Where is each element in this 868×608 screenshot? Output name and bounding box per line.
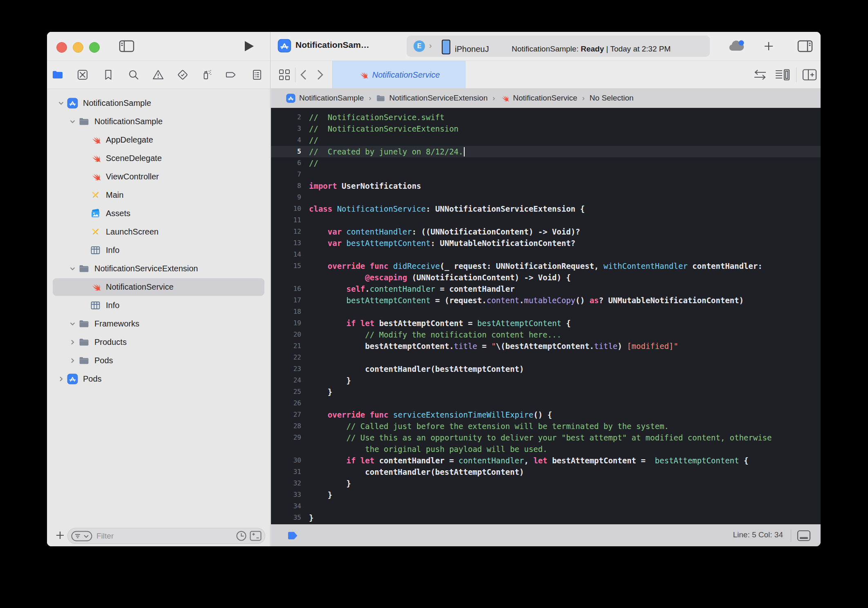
code-line-7[interactable]: 7 — [271, 169, 821, 180]
code-line-23[interactable]: 23 contentHandler(bestAttemptContent) — [271, 363, 821, 375]
code-line-35[interactable]: 35} — [271, 512, 821, 523]
code-line-24[interactable]: 24 } — [271, 375, 821, 386]
tree-item-products[interactable]: Products — [47, 333, 270, 351]
source-editor[interactable]: 2// NotificationService.swift3// Notific… — [271, 108, 821, 524]
code-line-9[interactable]: 9 — [271, 192, 821, 203]
go-back-icon[interactable] — [300, 69, 307, 80]
tree-item-info[interactable]: Info — [47, 241, 270, 259]
code-line-10[interactable]: 10class NotificationService: UNNotificat… — [271, 203, 821, 215]
project-navigator-icon[interactable] — [51, 69, 64, 81]
cloud-sync-icon[interactable] — [728, 39, 746, 53]
related-items-icon[interactable] — [278, 69, 291, 81]
editor-tab-notificationservice[interactable]: NotificationService — [332, 61, 465, 89]
tree-item-assets[interactable]: Assets — [47, 204, 270, 223]
code-line-17[interactable]: 17 bestAttemptContent = (request.content… — [271, 295, 821, 306]
code-line-20[interactable]: 20 // Modify the notification content he… — [271, 329, 821, 340]
source-control-status-icon[interactable] — [250, 530, 262, 541]
disclosure-chevron-right-icon[interactable] — [68, 356, 77, 365]
tree-item-frameworks[interactable]: Frameworks — [47, 315, 270, 333]
disclosure-chevron-right-icon[interactable] — [68, 338, 77, 347]
find-navigator-icon[interactable] — [128, 69, 140, 81]
adjust-editor-options-icon[interactable] — [775, 69, 790, 81]
debug-navigator-icon[interactable] — [200, 69, 213, 81]
disclosure-chevron-down-icon[interactable] — [68, 320, 77, 329]
code-line-5[interactable]: 5// Created by junely on 8/12/24. — [271, 146, 821, 157]
breadcrumb-no-selection[interactable]: No Selection — [590, 94, 634, 103]
bookmark-navigator-icon[interactable] — [102, 69, 114, 81]
tree-item-main[interactable]: Main — [47, 186, 270, 204]
close-window-button[interactable] — [56, 42, 67, 53]
code-line-18[interactable]: 18 — [271, 306, 821, 317]
code-line-2[interactable]: 2// NotificationService.swift — [271, 112, 821, 123]
code-line-wrap[interactable]: @escaping (UNNotificationContent) -> Voi… — [271, 272, 821, 283]
go-forward-icon[interactable] — [317, 69, 324, 80]
code-line-16[interactable]: 16 self.contentHandler = contentHandler — [271, 283, 821, 295]
code-line-8[interactable]: 8import UserNotifications — [271, 180, 821, 192]
code-line-33[interactable]: 33 } — [271, 489, 821, 501]
recent-files-clock-icon[interactable] — [236, 530, 247, 541]
issue-navigator-icon[interactable] — [152, 69, 164, 81]
disclosure-chevron-down-icon[interactable] — [68, 264, 77, 273]
code-line-4[interactable]: 4// — [271, 134, 821, 146]
disclosure-chevron-down-icon[interactable] — [68, 117, 77, 126]
test-navigator-icon[interactable] — [177, 69, 189, 81]
tree-item-notificationservice[interactable]: NotificationService — [47, 278, 270, 296]
tree-item-pods[interactable]: Pods — [47, 351, 270, 370]
code-line-22[interactable]: 22 — [271, 352, 821, 363]
code-line-3[interactable]: 3// NotificationServiceExtension — [271, 123, 821, 134]
tree-item-label: NotificationSample — [94, 117, 163, 126]
tree-item-info[interactable]: Info — [47, 296, 270, 315]
code-line-27[interactable]: 27 override func serviceExtensionTimeWil… — [271, 409, 821, 420]
code-line-wrap[interactable]: the original push payload will be used. — [271, 443, 821, 455]
code-line-30[interactable]: 30 if let contentHandler = contentHandle… — [271, 455, 821, 466]
toggle-navigator-icon[interactable] — [119, 40, 134, 53]
code-line-21[interactable]: 21 bestAttemptContent.title = "\(bestAtt… — [271, 340, 821, 352]
code-line-11[interactable]: 11 — [271, 215, 821, 226]
disclosure-chevron-right-icon[interactable] — [56, 375, 65, 384]
scheme-app-badge[interactable]: E — [414, 40, 425, 52]
tree-item-notificationsample[interactable]: NotificationSample — [47, 112, 270, 131]
code-line-15[interactable]: 15 override func didReceive(_ request: U… — [271, 260, 821, 272]
breadcrumb-notificationservice[interactable]: NotificationService — [500, 94, 577, 103]
code-line-34[interactable]: 34 — [271, 501, 821, 512]
tree-item-notificationserviceextension[interactable]: NotificationServiceExtension — [47, 259, 270, 278]
code-review-icon[interactable] — [753, 69, 767, 80]
code-line-12[interactable]: 12 var contentHandler: ((UNNotificationC… — [271, 226, 821, 237]
breadcrumb-notificationserviceextension[interactable]: NotificationServiceExtension — [376, 94, 488, 103]
breakpoint-navigator-icon[interactable] — [225, 69, 237, 81]
editor-only-mode-icon[interactable] — [797, 530, 811, 541]
filter-funnel-icon[interactable] — [71, 531, 92, 541]
code-line-13[interactable]: 13 var bestAttemptContent: UNMutableNoti… — [271, 237, 821, 249]
iphone-device-icon[interactable] — [442, 40, 450, 54]
add-editor-icon[interactable] — [802, 69, 817, 81]
minimize-window-button[interactable] — [73, 42, 83, 53]
code-line-26[interactable]: 26 — [271, 398, 821, 409]
minimap-tag-icon[interactable] — [286, 530, 299, 541]
code-line-31[interactable]: 31 contentHandler(bestAttemptContent) — [271, 466, 821, 478]
breadcrumb-notificationsample[interactable]: NotificationSample — [286, 94, 364, 103]
run-button[interactable] — [244, 40, 255, 52]
tree-item-appdelegate[interactable]: AppDelegate — [47, 131, 270, 149]
filter-field[interactable]: Filter — [67, 528, 265, 544]
line-number: 3 — [271, 123, 301, 134]
report-navigator-icon[interactable] — [251, 69, 263, 81]
code-line-14[interactable]: 14 — [271, 249, 821, 260]
code-line-32[interactable]: 32 } — [271, 478, 821, 489]
tree-item-notificationsample[interactable]: NotificationSample — [47, 94, 270, 112]
code-line-29[interactable]: 29 // Use this as an opportunity to deli… — [271, 432, 821, 443]
tree-item-launchscreen[interactable]: LaunchScreen — [47, 223, 270, 241]
tree-item-viewcontroller[interactable]: ViewController — [47, 168, 270, 186]
code-line-19[interactable]: 19 if let bestAttemptContent = bestAttem… — [271, 317, 821, 329]
disclosure-chevron-down-icon[interactable] — [56, 99, 65, 108]
tree-item-scenedelegate[interactable]: SceneDelegate — [47, 149, 270, 168]
code-line-25[interactable]: 25 } — [271, 386, 821, 398]
run-destination[interactable]: iPhoneuJ — [455, 45, 489, 54]
add-toolbar-icon[interactable] — [763, 41, 774, 51]
toggle-inspector-icon[interactable] — [797, 40, 813, 53]
add-file-icon[interactable] — [55, 530, 65, 540]
code-line-28[interactable]: 28 // Called just before the extension w… — [271, 420, 821, 432]
tree-item-pods[interactable]: Pods — [47, 370, 270, 388]
zoom-window-button[interactable] — [89, 42, 100, 53]
code-line-6[interactable]: 6// — [271, 157, 821, 169]
source-control-navigator-icon[interactable] — [76, 69, 89, 81]
